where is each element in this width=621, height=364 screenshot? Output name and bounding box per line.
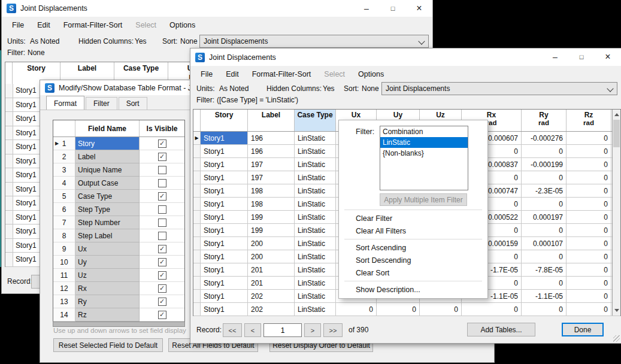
record-prev-button[interactable]: < [244, 323, 261, 337]
menu-item-clear-sort[interactable]: Clear Sort [339, 266, 487, 279]
column-header-label[interactable]: Label [248, 110, 295, 131]
cell[interactable]: LinStatic [295, 171, 336, 184]
row-number-cell[interactable]: 9 [53, 242, 75, 256]
row-number-cell[interactable]: ▶1 [53, 137, 75, 150]
cell[interactable]: Story1 [201, 158, 248, 171]
checkbox-checked-icon[interactable]: ✓ [158, 311, 166, 319]
cell[interactable]: Story1 [201, 290, 248, 302]
maximize-icon[interactable]: □ [568, 48, 595, 65]
cell[interactable]: LinStatic [295, 303, 336, 316]
field-name-cell[interactable]: Case Type [75, 190, 140, 203]
is-visible-cell[interactable] [140, 216, 184, 229]
filter-list-item[interactable]: LinStatic [380, 137, 468, 148]
table-row[interactable]: 11Uz✓ [53, 269, 184, 282]
maximize-icon[interactable]: □ [380, 0, 406, 17]
checkbox-unchecked-icon[interactable] [158, 166, 166, 174]
cell[interactable]: 202 [248, 303, 295, 316]
table-row[interactable]: 9Ux✓ [53, 242, 184, 256]
table-row[interactable]: 12Rx✓ [53, 282, 184, 295]
cell[interactable]: -0.000276 [522, 132, 567, 144]
is-visible-cell[interactable]: ✓ [140, 295, 184, 308]
cell[interactable]: 0 [567, 158, 611, 171]
is-visible-cell[interactable] [140, 163, 184, 177]
cell[interactable]: 0 [567, 303, 611, 316]
cell[interactable]: 201 [248, 277, 295, 289]
cell[interactable]: Story1 [201, 250, 248, 263]
apply-multiple-item-filter-button[interactable]: Apply Multiple Item Filter [380, 193, 467, 206]
scroll-up-icon[interactable] [614, 113, 619, 116]
is-visible-cell[interactable]: ✓ [140, 282, 184, 295]
record-next-button[interactable]: > [304, 323, 321, 337]
cell[interactable]: 197 [248, 158, 295, 171]
table-row[interactable]: Story1202LinStatic000000 [193, 303, 620, 316]
cell[interactable]: LinStatic [295, 263, 336, 276]
field-name-cell[interactable]: Uz [75, 269, 140, 282]
cell[interactable]: 202 [248, 290, 295, 302]
menu-select[interactable]: Select [129, 18, 163, 32]
checkbox-checked-icon[interactable]: ✓ [158, 298, 166, 306]
is-visible-cell[interactable]: ✓ [140, 150, 184, 163]
cell[interactable]: 0 [567, 277, 611, 289]
cell[interactable]: -1.1E-05 [522, 290, 567, 302]
row-number-cell[interactable]: 13 [53, 295, 75, 308]
cell[interactable]: -2.3E-05 [522, 184, 567, 197]
table-row[interactable]: 7Step Number [53, 216, 184, 229]
field-name-cell[interactable]: Output Case [75, 177, 140, 190]
filter-list-item[interactable]: {Non-blanks} [380, 148, 468, 159]
cell[interactable]: Story1 [201, 145, 248, 157]
cell[interactable]: 0 [567, 263, 611, 276]
checkbox-unchecked-icon[interactable] [158, 179, 166, 187]
field-name-cell[interactable]: Uy [75, 256, 140, 269]
cell[interactable]: 0.000107 [522, 237, 567, 250]
filter-value-listbox[interactable]: CombinationLinStatic{Non-blanks} [380, 126, 468, 190]
row-number-cell[interactable]: 7 [53, 216, 75, 229]
menu-item-sort-ascending[interactable]: Sort Ascending [339, 241, 487, 254]
table-row[interactable]: 14Rz✓ [53, 308, 184, 321]
cell[interactable]: LinStatic [295, 290, 336, 302]
cell[interactable]: 197 [248, 171, 295, 184]
cell[interactable]: 199 [248, 211, 295, 223]
row-number-cell[interactable]: 6 [53, 203, 75, 216]
cell[interactable]: 0 [522, 277, 567, 289]
row-number-cell[interactable]: 10 [53, 256, 75, 269]
cell[interactable]: 0 [567, 250, 611, 263]
cell[interactable]: 0 [522, 171, 567, 184]
cell[interactable]: Story1 [201, 237, 248, 250]
scrollbar-thumb[interactable] [613, 120, 620, 147]
field-name-cell[interactable]: Step Type [75, 203, 140, 216]
checkbox-unchecked-icon[interactable] [158, 205, 166, 214]
close-icon[interactable]: × [406, 0, 432, 17]
minimize-icon[interactable]: – [353, 0, 380, 17]
row-number-cell[interactable]: 8 [53, 229, 75, 242]
cell[interactable]: 0 [377, 303, 420, 316]
menu-item-show-description-[interactable]: Show Description... [339, 283, 487, 296]
menu-item-clear-all-filters[interactable]: Clear All Filters [339, 225, 487, 237]
field-name-cell[interactable]: Ry [75, 295, 140, 308]
cell[interactable]: 198 [248, 198, 295, 210]
tab-filter[interactable]: Filter [86, 97, 117, 110]
is-visible-cell[interactable]: ✓ [140, 308, 184, 321]
cell[interactable]: LinStatic [295, 211, 336, 223]
cell[interactable]: 0 [522, 198, 567, 210]
row-number-cell[interactable]: 4 [53, 177, 75, 190]
cell[interactable]: 0 [567, 171, 611, 184]
cell[interactable]: 0 [336, 303, 377, 316]
column-header-case-type[interactable]: Case Type [295, 110, 336, 131]
cell[interactable]: Story1 [201, 277, 248, 289]
menu-item-sort-descending[interactable]: Sort Descending [339, 254, 487, 266]
table-row[interactable]: 4Output Case [53, 177, 184, 190]
is-visible-cell[interactable]: ✓ [140, 256, 184, 269]
cell[interactable]: Story1 [201, 224, 248, 236]
checkbox-checked-icon[interactable]: ✓ [158, 258, 166, 266]
menu-format-filter-sort[interactable]: Format-Filter-Sort [246, 67, 318, 81]
cell[interactable]: -0.000199 [522, 158, 567, 171]
scroll-down-icon[interactable] [614, 309, 619, 312]
close-icon[interactable]: × [595, 48, 621, 65]
cell[interactable]: 0 [522, 145, 567, 157]
checkbox-checked-icon[interactable]: ✓ [158, 139, 166, 148]
field-name-cell[interactable]: Story [75, 137, 140, 150]
reset-selected-field-button[interactable]: Reset Selected Field to Default [53, 338, 163, 352]
minimize-icon[interactable]: – [542, 48, 568, 65]
cell[interactable]: 198 [248, 184, 295, 197]
resize-grip[interactable] [613, 335, 620, 342]
